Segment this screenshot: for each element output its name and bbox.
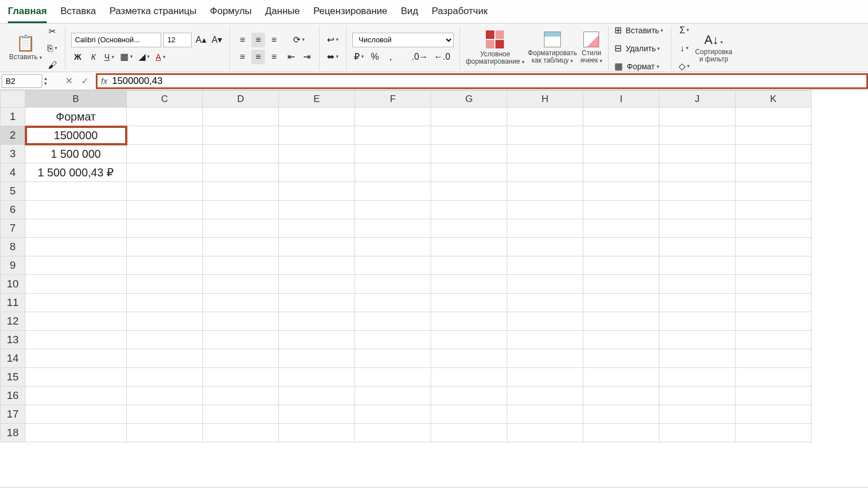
cell-G7[interactable] xyxy=(431,219,507,238)
cell-G3[interactable] xyxy=(431,145,507,163)
cell-H5[interactable] xyxy=(507,182,583,201)
cell-J18[interactable] xyxy=(659,424,736,442)
cell-I18[interactable] xyxy=(583,424,659,442)
cell-I11[interactable] xyxy=(583,294,659,312)
cell-K17[interactable] xyxy=(736,405,812,424)
cell-G1[interactable] xyxy=(431,108,507,126)
cell-D13[interactable] xyxy=(203,331,279,349)
column-header-G[interactable]: G xyxy=(431,91,507,108)
cell-J4[interactable] xyxy=(659,163,736,182)
cell-C10[interactable] xyxy=(127,275,203,294)
cell-I12[interactable] xyxy=(583,312,659,331)
cell-I9[interactable] xyxy=(583,256,659,275)
cell-K14[interactable] xyxy=(736,349,812,368)
tab-review[interactable]: Рецензирование xyxy=(313,2,387,23)
cell-K1[interactable] xyxy=(736,108,812,126)
cell-B16[interactable] xyxy=(25,387,127,405)
cell-H17[interactable] xyxy=(507,405,583,424)
cell-E3[interactable] xyxy=(279,145,355,163)
cell-G2[interactable] xyxy=(431,126,507,145)
align-bottom-icon[interactable]: ≡ xyxy=(267,33,281,47)
cell-H2[interactable] xyxy=(507,126,583,145)
tab-page-layout[interactable]: Разметка страницы xyxy=(109,2,196,23)
cell-styles-icon[interactable] xyxy=(583,32,599,47)
cell-C17[interactable] xyxy=(127,405,203,424)
cell-D6[interactable] xyxy=(203,201,279,219)
row-header-17[interactable]: 17 xyxy=(1,405,25,424)
row-header-9[interactable]: 9 xyxy=(1,256,25,275)
cell-F2[interactable] xyxy=(355,126,431,145)
cell-K12[interactable] xyxy=(736,312,812,331)
row-header-8[interactable]: 8 xyxy=(1,238,25,256)
cell-H10[interactable] xyxy=(507,275,583,294)
name-box[interactable] xyxy=(2,74,42,88)
cell-D9[interactable] xyxy=(203,256,279,275)
row-header-12[interactable]: 12 xyxy=(1,312,25,331)
conditional-formatting-button[interactable]: Условное форматирование xyxy=(466,51,524,66)
cell-B11[interactable] xyxy=(25,294,127,312)
cell-G15[interactable] xyxy=(431,368,507,387)
row-header-4[interactable]: 4 xyxy=(1,163,25,182)
cell-C16[interactable] xyxy=(127,387,203,405)
align-left-icon[interactable]: ≡ xyxy=(236,50,249,64)
enter-formula-icon[interactable]: ✓ xyxy=(78,74,91,88)
cell-H8[interactable] xyxy=(507,238,583,256)
clear-icon[interactable]: ◇ xyxy=(677,59,692,74)
font-size-combo[interactable] xyxy=(163,33,192,47)
cell-J2[interactable] xyxy=(659,126,736,145)
cell-I4[interactable] xyxy=(583,163,659,182)
cell-G8[interactable] xyxy=(431,238,507,256)
percent-format-icon[interactable]: % xyxy=(368,50,382,64)
cell-D18[interactable] xyxy=(203,424,279,442)
font-name-combo[interactable] xyxy=(71,33,161,47)
column-header-I[interactable]: I xyxy=(583,91,659,108)
column-header-D[interactable]: D xyxy=(203,91,279,108)
cell-J15[interactable] xyxy=(659,368,736,387)
cell-B7[interactable] xyxy=(25,219,127,238)
cell-F14[interactable] xyxy=(355,349,431,368)
name-box-spinner[interactable]: ▲▼ xyxy=(43,76,48,86)
cell-E4[interactable] xyxy=(279,163,355,182)
cell-E12[interactable] xyxy=(279,312,355,331)
row-header-14[interactable]: 14 xyxy=(1,349,25,368)
cut-icon[interactable]: ✂ xyxy=(46,24,59,39)
cell-D17[interactable] xyxy=(203,405,279,424)
cell-D16[interactable] xyxy=(203,387,279,405)
cell-B18[interactable] xyxy=(25,424,127,442)
format-painter-icon[interactable]: 🖌 xyxy=(46,58,59,73)
decrease-font-icon[interactable]: A▾ xyxy=(210,33,224,47)
row-header-11[interactable]: 11 xyxy=(1,294,25,312)
cell-E15[interactable] xyxy=(279,368,355,387)
cell-F15[interactable] xyxy=(355,368,431,387)
cell-K7[interactable] xyxy=(736,219,812,238)
insert-cells-button[interactable]: Вставить xyxy=(624,23,665,38)
cell-H6[interactable] xyxy=(507,201,583,219)
decrease-decimal-icon[interactable]: ←.0 xyxy=(432,50,452,64)
cell-G4[interactable] xyxy=(431,163,507,182)
cell-J6[interactable] xyxy=(659,201,736,219)
cell-E9[interactable] xyxy=(279,256,355,275)
cell-H4[interactable] xyxy=(507,163,583,182)
cell-I6[interactable] xyxy=(583,201,659,219)
column-header-B[interactable]: B xyxy=(25,91,127,108)
cell-C14[interactable] xyxy=(127,349,203,368)
cell-B17[interactable] xyxy=(25,405,127,424)
comma-format-icon[interactable]: , xyxy=(384,50,397,64)
cell-B15[interactable] xyxy=(25,368,127,387)
cell-C4[interactable] xyxy=(127,163,203,182)
fill-icon[interactable]: ↓ xyxy=(677,41,692,56)
format-as-table-icon[interactable] xyxy=(544,32,561,47)
cell-F13[interactable] xyxy=(355,331,431,349)
cell-I7[interactable] xyxy=(583,219,659,238)
cell-H13[interactable] xyxy=(507,331,583,349)
cell-E8[interactable] xyxy=(279,238,355,256)
cell-F4[interactable] xyxy=(355,163,431,182)
align-middle-icon[interactable]: ≡ xyxy=(251,33,265,47)
cell-I15[interactable] xyxy=(583,368,659,387)
column-header-F[interactable]: F xyxy=(355,91,431,108)
cell-E14[interactable] xyxy=(279,349,355,368)
row-header-15[interactable]: 15 xyxy=(1,368,25,387)
cell-K11[interactable] xyxy=(736,294,812,312)
cell-F10[interactable] xyxy=(355,275,431,294)
cell-D15[interactable] xyxy=(203,368,279,387)
